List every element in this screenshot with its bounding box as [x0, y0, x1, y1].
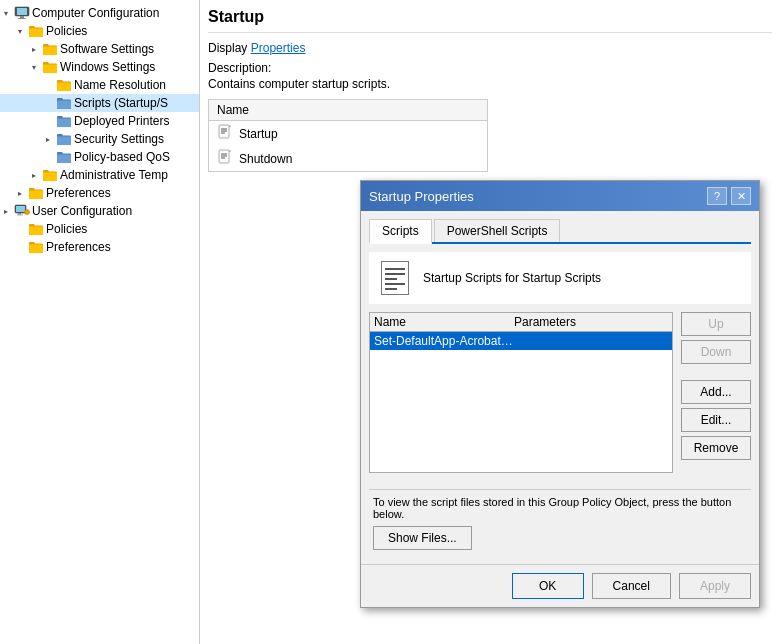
tree-panel: ▾Computer Configuration▾Policies▸Softwar…: [0, 0, 200, 644]
dialog-footer: OK Cancel Apply: [361, 564, 759, 607]
script-info-area: Startup Scripts for Startup Scripts: [369, 252, 751, 304]
tree-icon-name-resolution: [56, 77, 72, 93]
script-table-area: Name Parameters Set-DefaultApp-Acrobat..…: [369, 312, 751, 481]
tree-arrow-computer-config: ▾: [4, 9, 14, 18]
script-table: Name Parameters Set-DefaultApp-Acrobat..…: [369, 312, 673, 481]
tree-label-policies-comp: Policies: [46, 24, 87, 38]
tree-arrow-preferences-comp: ▸: [18, 189, 28, 198]
row-name-cell: Set-DefaultApp-Acrobat....: [374, 334, 514, 348]
tree-arrow-windows-settings: ▾: [32, 63, 42, 72]
tree-item-policies-comp[interactable]: ▾Policies: [0, 22, 199, 40]
doc-line-2: [385, 273, 405, 275]
side-button-group: Up Down Add... Edit... Remove: [681, 312, 751, 481]
tree-label-admin-temp: Administrative Temp: [60, 168, 168, 182]
svg-rect-1: [17, 8, 27, 15]
bottom-info: To view the script files stored in this …: [369, 489, 751, 556]
tree-icon-policies-comp: [28, 23, 44, 39]
col-name-header: Name: [374, 315, 514, 329]
tree-item-policy-based-qos[interactable]: Policy-based QoS: [0, 148, 199, 166]
add-button[interactable]: Add...: [681, 380, 751, 404]
svg-rect-3: [18, 18, 26, 19]
tree-label-security-settings: Security Settings: [74, 132, 164, 146]
tab-scripts[interactable]: Scripts: [369, 219, 432, 244]
modal-overlay: Startup Properties ? ✕ Scripts PowerShel…: [200, 0, 780, 644]
script-table-container: Name Parameters Set-DefaultApp-Acrobat..…: [369, 312, 673, 473]
tree-label-policy-based-qos: Policy-based QoS: [74, 150, 170, 164]
tree-item-preferences-comp[interactable]: ▸Preferences: [0, 184, 199, 202]
tree-arrow-policies-comp: ▾: [18, 27, 28, 36]
tree-item-windows-settings[interactable]: ▾Windows Settings: [0, 58, 199, 76]
col-params-header: Parameters: [514, 315, 668, 329]
remove-button[interactable]: Remove: [681, 436, 751, 460]
tree-item-user-config[interactable]: ▸User Configuration: [0, 202, 199, 220]
tree-item-name-resolution[interactable]: Name Resolution: [0, 76, 199, 94]
startup-properties-dialog: Startup Properties ? ✕ Scripts PowerShel…: [360, 180, 760, 608]
tree-label-policies-user: Policies: [46, 222, 87, 236]
down-button[interactable]: Down: [681, 340, 751, 364]
tree-label-preferences-comp: Preferences: [46, 186, 111, 200]
tree-icon-windows-settings: [42, 59, 58, 75]
dialog-controls: ? ✕: [707, 187, 751, 205]
doc-line-4: [385, 283, 405, 285]
tree-item-computer-config[interactable]: ▾Computer Configuration: [0, 4, 199, 22]
tree-icon-user-config: [14, 203, 30, 219]
svg-point-8: [25, 210, 30, 215]
tree-icon-preferences-comp: [28, 185, 44, 201]
tree-label-windows-settings: Windows Settings: [60, 60, 155, 74]
cancel-button[interactable]: Cancel: [592, 573, 671, 599]
tree-arrow-security-settings: ▸: [46, 135, 56, 144]
dialog-help-button[interactable]: ?: [707, 187, 727, 205]
tree-arrow-software-settings: ▸: [32, 45, 42, 54]
tree-arrow-admin-temp: ▸: [32, 171, 42, 180]
tree-label-name-resolution: Name Resolution: [74, 78, 166, 92]
tree-label-software-settings: Software Settings: [60, 42, 154, 56]
tree-icon-scripts-startup: [56, 95, 72, 111]
svg-rect-2: [20, 16, 24, 18]
ok-button[interactable]: OK: [512, 573, 584, 599]
tree-label-scripts-startup: Scripts (Startup/S: [74, 96, 168, 110]
edit-button[interactable]: Edit...: [681, 408, 751, 432]
svg-rect-6: [18, 213, 21, 215]
tree-item-deployed-printers[interactable]: Deployed Printers: [0, 112, 199, 130]
tree-icon-computer-config: [14, 5, 30, 21]
doc-line-3: [385, 278, 397, 280]
dialog-title: Startup Properties: [369, 189, 474, 204]
tree-label-preferences-user: Preferences: [46, 240, 111, 254]
script-table-header: Name Parameters: [370, 313, 672, 332]
tree-icon-policy-based-qos: [56, 149, 72, 165]
tree-label-user-config: User Configuration: [32, 204, 132, 218]
tree-item-security-settings[interactable]: ▸Security Settings: [0, 130, 199, 148]
tree-icon-security-settings: [56, 131, 72, 147]
tree-item-software-settings[interactable]: ▸Software Settings: [0, 40, 199, 58]
tree-item-scripts-startup[interactable]: Scripts (Startup/S: [0, 94, 199, 112]
tab-powershell[interactable]: PowerShell Scripts: [434, 219, 561, 242]
tree-icon-admin-temp: [42, 167, 58, 183]
tree-icon-preferences-user: [28, 239, 44, 255]
doc-line-1: [385, 268, 405, 270]
tab-bar: Scripts PowerShell Scripts: [369, 219, 751, 244]
svg-rect-5: [16, 206, 25, 212]
apply-button[interactable]: Apply: [679, 573, 751, 599]
row-params-cell: [514, 334, 668, 348]
tree-arrow-user-config: ▸: [4, 207, 14, 216]
show-files-button[interactable]: Show Files...: [373, 526, 472, 550]
doc-line-5: [385, 288, 397, 290]
tree-item-admin-temp[interactable]: ▸Administrative Temp: [0, 166, 199, 184]
script-info-icon: [377, 260, 413, 296]
tree-icon-deployed-printers: [56, 113, 72, 129]
table-row[interactable]: Set-DefaultApp-Acrobat....: [370, 332, 672, 350]
svg-rect-7: [17, 215, 23, 216]
script-table-body: Set-DefaultApp-Acrobat....: [370, 332, 672, 472]
spacer: [681, 368, 751, 376]
document-icon: [381, 261, 409, 295]
dialog-content: Scripts PowerShell Scripts: [361, 211, 759, 564]
tree-icon-software-settings: [42, 41, 58, 57]
bottom-info-text: To view the script files stored in this …: [373, 496, 747, 520]
tree-item-preferences-user[interactable]: Preferences: [0, 238, 199, 256]
tree-label-computer-config: Computer Configuration: [32, 6, 159, 20]
up-button[interactable]: Up: [681, 312, 751, 336]
dialog-close-button[interactable]: ✕: [731, 187, 751, 205]
tree-item-policies-user[interactable]: Policies: [0, 220, 199, 238]
script-info-text: Startup Scripts for Startup Scripts: [423, 271, 601, 285]
dialog-titlebar: Startup Properties ? ✕: [361, 181, 759, 211]
